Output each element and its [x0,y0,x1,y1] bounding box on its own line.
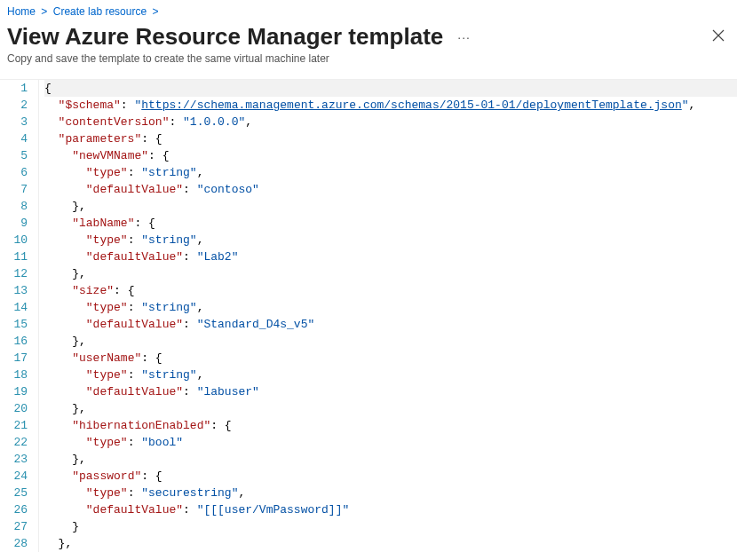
page-title: View Azure Resource Manager template [7,23,443,51]
close-icon [712,29,725,42]
line-number: 12 [0,265,28,282]
line-number: 18 [0,367,28,383]
code-line[interactable]: } [44,518,737,535]
chevron-right-icon: > [41,5,47,18]
line-number: 7 [0,181,28,198]
line-number: 23 [0,451,28,468]
line-number: 15 [0,316,28,333]
line-number: 13 [0,282,28,299]
code-line[interactable]: "defaultValue": "contoso" [44,181,737,198]
code-line[interactable]: "type": "securestring", [44,485,737,501]
close-button[interactable] [707,24,730,50]
line-number: 17 [0,350,28,367]
code-line[interactable]: "size": { [44,282,737,299]
line-number: 4 [0,130,28,147]
chevron-right-icon: > [152,5,158,18]
code-line[interactable]: "type": "string", [44,367,737,383]
breadcrumb: Home > Create lab resource > [7,5,730,18]
line-number: 6 [0,164,28,181]
line-number: 5 [0,147,28,164]
blade-header: Home > Create lab resource > View Azure … [0,0,737,72]
code-line[interactable]: }, [44,198,737,215]
line-number: 9 [0,215,28,232]
breadcrumb-create-link[interactable]: Create lab resource [53,5,147,18]
code-line[interactable]: "type": "string", [44,232,737,248]
more-actions-button[interactable]: ··· [454,27,474,48]
code-line[interactable]: "type": "bool" [44,434,737,451]
line-number: 14 [0,299,28,316]
code-line[interactable]: }, [44,400,737,417]
line-number: 11 [0,248,28,265]
line-number: 3 [0,114,28,130]
line-number: 20 [0,400,28,417]
line-number: 16 [0,333,28,350]
line-number: 10 [0,232,28,248]
code-line[interactable]: { [44,80,737,97]
code-line[interactable]: "parameters": { [44,130,737,147]
breadcrumb-home-link[interactable]: Home [7,5,36,18]
code-line[interactable]: "password": { [44,468,737,485]
line-number: 27 [0,518,28,535]
code-line[interactable]: }, [44,333,737,350]
line-number: 1 [0,80,28,97]
code-line[interactable]: }, [44,535,737,552]
code-line[interactable]: "type": "string", [44,164,737,181]
line-number: 22 [0,434,28,451]
line-number: 8 [0,198,28,215]
code-line[interactable]: "$schema": "https://schema.management.az… [44,97,737,114]
line-number: 28 [0,535,28,552]
line-number-gutter: 1234567891011121314151617181920212223242… [0,80,39,552]
code-line[interactable]: "labName": { [44,215,737,232]
code-line[interactable]: "contentVersion": "1.0.0.0", [44,114,737,130]
code-line[interactable]: "hibernationEnabled": { [44,417,737,434]
line-number: 2 [0,97,28,114]
code-line[interactable]: "newVMName": { [44,147,737,164]
page-subtitle: Copy and save the template to create the… [7,52,730,65]
code-line[interactable]: "userName": { [44,350,737,367]
code-line[interactable]: "type": "string", [44,299,737,316]
line-number: 21 [0,417,28,434]
line-number: 26 [0,501,28,518]
code-line[interactable]: "defaultValue": "labuser" [44,383,737,400]
line-number: 19 [0,383,28,400]
code-line[interactable]: }, [44,265,737,282]
line-number: 25 [0,485,28,501]
code-line[interactable]: "defaultValue": "Standard_D4s_v5" [44,316,737,333]
code-content[interactable]: { "$schema": "https://schema.management.… [39,80,737,552]
code-editor[interactable]: 1234567891011121314151617181920212223242… [0,79,737,552]
code-line[interactable]: "defaultValue": "[[[user/VmPassword]]" [44,501,737,518]
code-line[interactable]: "defaultValue": "Lab2" [44,248,737,265]
line-number: 24 [0,468,28,485]
code-line[interactable]: }, [44,451,737,468]
